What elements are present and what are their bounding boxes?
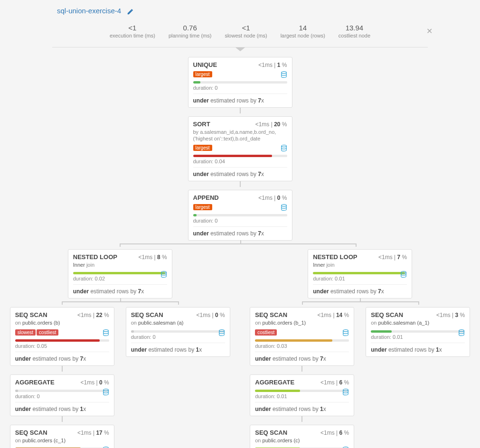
badge-largest: largest [193, 145, 212, 151]
node-metrics: <1ms | 7 % [378, 254, 407, 261]
database-icon[interactable] [281, 71, 287, 78]
estimate-text: under estimated rows by 7x [15, 352, 109, 365]
badge-row: largest [193, 70, 287, 77]
database-icon[interactable] [103, 389, 109, 395]
database-icon[interactable] [218, 329, 225, 336]
database-icon[interactable] [400, 271, 407, 278]
estimate-text: under estimated rows by 1x [371, 343, 465, 356]
node-seq-scan-orders-c[interactable]: SEQ SCAN<1ms | 6 %on public.orders (c)du… [250, 425, 354, 448]
node-unique[interactable]: UNIQUE<1ms | 1 %largestduration: 0under … [188, 57, 292, 108]
node-metrics: <1ms | 0 % [197, 312, 225, 318]
page-title: sql-union-exercise-4 [57, 7, 121, 15]
duration-text: duration: 0.01 [371, 334, 465, 340]
node-title: UNIQUE [193, 61, 217, 68]
stat-slowest-node: <1 slowest node (ms) [225, 24, 267, 38]
node-metrics: <1ms | 0 % [258, 195, 287, 201]
node-relation: on public.salesman (a) [131, 319, 225, 326]
node-seq-scan-salesman-a1[interactable]: SEQ SCAN<1ms | 3 %on public.salesman (a_… [366, 307, 470, 356]
node-nested-loop-right[interactable]: NESTED LOOP<1ms | 7 %Inner joinduration:… [308, 249, 412, 299]
badge-slowest: slowest [15, 329, 36, 336]
duration-text: duration: 0.03 [255, 343, 349, 349]
stat-execution-time: <1 execution time (ms) [110, 24, 155, 38]
node-title: APPEND [193, 194, 219, 201]
node-relation: on public.orders (c_1) [15, 437, 109, 444]
node-title: AGGREGATE [15, 379, 55, 386]
badge-largest: largest [193, 71, 212, 77]
node-metrics: <1ms | 6 % [320, 379, 349, 386]
estimate-text: under estimated rows by 7x [193, 93, 287, 107]
cost-bar [193, 155, 287, 157]
node-title: NESTED LOOP [313, 253, 357, 261]
badge-costliest: costliest [255, 329, 277, 336]
pointer-down-icon [235, 47, 245, 51]
node-relation: on public.salesman (a_1) [371, 319, 465, 326]
duration-text: duration: 0 [193, 218, 287, 224]
duration-text: duration: 0.04 [193, 159, 287, 164]
node-metrics: <1ms | 1 % [258, 62, 287, 68]
stat-costliest-node: 13.94 costliest node [339, 24, 370, 38]
node-metrics: <1ms | 3 % [436, 312, 465, 318]
node-title: SEQ SCAN [131, 311, 163, 318]
node-metrics: <1ms | 0 % [81, 379, 109, 386]
cost-bar [255, 339, 349, 342]
close-icon[interactable]: ✕ [426, 27, 433, 36]
node-title: NESTED LOOP [73, 253, 117, 261]
database-icon[interactable] [342, 389, 349, 395]
badge-row: largest [193, 144, 287, 151]
node-seq-scan-orders-c1[interactable]: SEQ SCAN<1ms | 17 %on public.orders (c_1… [10, 425, 114, 448]
node-title: SORT [193, 121, 210, 128]
node-metrics: <1ms | 14 % [317, 312, 349, 318]
duration-text: duration: 0.01 [313, 276, 407, 281]
node-aggregate-left[interactable]: AGGREGATE<1ms | 0 %duration: 0under esti… [10, 374, 114, 416]
database-icon[interactable] [281, 145, 287, 151]
node-metrics: <1ms | 22 % [77, 312, 109, 318]
badge-largest: largest [193, 204, 212, 210]
node-metrics: <1ms | 20 % [255, 121, 287, 128]
node-metrics: <1ms | 17 % [77, 429, 109, 436]
node-metrics: <1ms | 8 % [139, 254, 167, 261]
cost-bar [193, 81, 287, 84]
cost-bar [15, 390, 109, 392]
node-title: SEQ SCAN [255, 311, 287, 318]
duration-text: duration: 0 [193, 85, 287, 91]
node-title: SEQ SCAN [15, 429, 47, 436]
estimate-text: under estimated rows by 1x [15, 402, 109, 416]
duration-text: duration: 0.01 [255, 393, 349, 399]
node-append[interactable]: APPEND<1ms | 0 %largestduration: 0under … [188, 190, 292, 241]
node-subtitle: Inner join [313, 261, 407, 268]
badge-row: largest [193, 203, 287, 210]
node-metrics: <1ms | 6 % [320, 429, 349, 436]
node-relation: on public.orders (b_1) [255, 319, 349, 326]
database-icon[interactable] [103, 329, 109, 336]
node-seq-scan-salesman-a[interactable]: SEQ SCAN<1ms | 0 %on public.salesman (a)… [126, 307, 230, 356]
badge-row: costliest [255, 328, 349, 336]
node-title: SEQ SCAN [371, 311, 403, 318]
cost-bar [131, 330, 225, 333]
database-icon[interactable] [342, 329, 349, 336]
duration-text: duration: 0 [15, 393, 109, 399]
node-seq-scan-orders-b1[interactable]: SEQ SCAN<1ms | 14 %on public.orders (b_1… [250, 307, 354, 365]
node-relation: on public.orders (b) [15, 319, 109, 326]
duration-text: duration: 0 [131, 334, 225, 340]
estimate-text: under estimated rows by 1x [131, 343, 225, 356]
stat-planning-time: 0.76 planning time (ms) [169, 24, 211, 38]
cost-bar [255, 390, 349, 392]
database-icon[interactable] [458, 329, 465, 336]
edit-icon[interactable] [127, 9, 133, 15]
cost-bar [15, 339, 109, 342]
cost-bar [193, 214, 287, 216]
node-title: SEQ SCAN [15, 311, 47, 318]
node-title: AGGREGATE [255, 379, 294, 386]
node-aggregate-right[interactable]: AGGREGATE<1ms | 6 %duration: 0.01under e… [250, 374, 354, 416]
node-nested-loop-left[interactable]: NESTED LOOP<1ms | 8 %Inner joinduration:… [68, 249, 172, 299]
cost-bar [371, 330, 465, 333]
node-seq-scan-orders-b[interactable]: SEQ SCAN<1ms | 22 %on public.orders (b)s… [10, 307, 114, 365]
estimate-text: under estimated rows by 7x [193, 167, 287, 181]
database-icon[interactable] [281, 204, 287, 211]
cost-bar [73, 272, 167, 274]
node-subtitle: Inner join [73, 261, 167, 268]
database-icon[interactable] [160, 271, 167, 278]
node-sort[interactable]: SORT<1ms | 20 %by a.salesman_id,a.name,b… [188, 116, 292, 182]
badge-row: slowestcostliest [15, 328, 109, 336]
plan-tree: UNIQUE<1ms | 1 %largestduration: 0under … [0, 54, 480, 448]
